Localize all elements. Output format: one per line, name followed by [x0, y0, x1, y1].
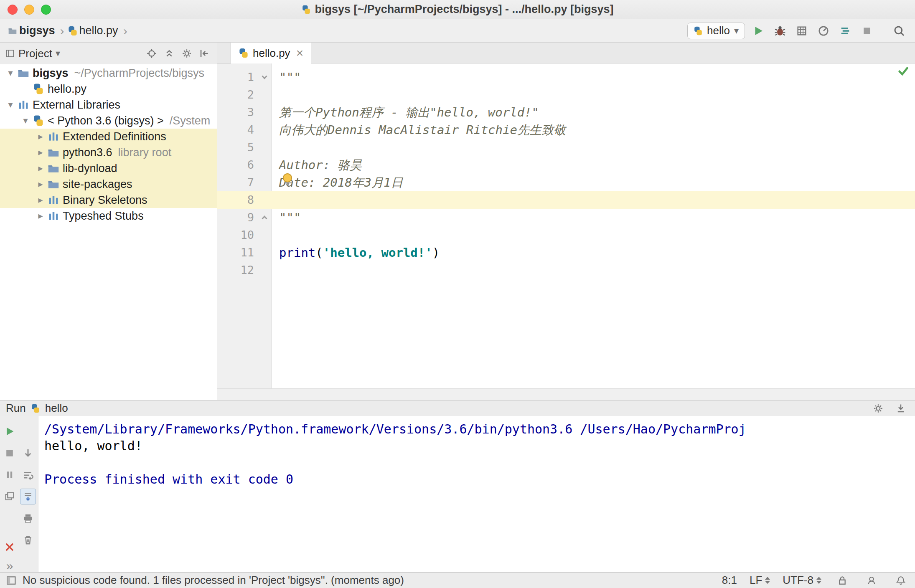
- encoding-value: UTF-8: [783, 574, 813, 587]
- zoom-window-button[interactable]: [41, 5, 51, 15]
- restore-layout-button[interactable]: [2, 489, 18, 504]
- editor-line-5[interactable]: 5: [217, 139, 915, 156]
- code-text: Date: 2018年3月1日: [272, 174, 915, 191]
- run-button[interactable]: [750, 23, 767, 39]
- tree-toggle-icon[interactable]: ▸: [34, 210, 47, 221]
- run-with-coverage-button[interactable]: [793, 23, 810, 39]
- code-text: """: [272, 68, 915, 86]
- console-line: [44, 454, 915, 471]
- fold-column: [257, 244, 272, 261]
- editor-line-11[interactable]: 11print('hello, world!'): [217, 244, 915, 261]
- tree-item-extended-definitions[interactable]: ▸Extended Definitions: [0, 129, 217, 144]
- breadcrumb-project[interactable]: bigsys: [19, 24, 55, 37]
- tree-toggle-icon[interactable]: ▸: [34, 179, 47, 190]
- tree-item-python-3-6-bigsys[interactable]: ▾< Python 3.6 (bigsys) >/System: [0, 113, 217, 129]
- stop-button[interactable]: [859, 23, 875, 39]
- editor-line-8[interactable]: 8: [217, 191, 915, 209]
- tree-toggle-icon[interactable]: ▾: [19, 115, 32, 126]
- toolwindow-toggle-icon[interactable]: [6, 575, 17, 586]
- close-run-panel-button[interactable]: [2, 539, 18, 555]
- more-options-button[interactable]: »: [2, 558, 18, 574]
- inspections-ok-icon[interactable]: [897, 65, 909, 77]
- scroll-to-end-button[interactable]: [20, 489, 36, 504]
- rerun-button[interactable]: [2, 423, 18, 439]
- stop-process-button[interactable]: [2, 445, 18, 461]
- editor-line-4[interactable]: 4向伟大的Dennis MacAlistair Ritchie先生致敬: [217, 121, 915, 139]
- close-tab-icon[interactable]: ×: [296, 46, 304, 60]
- soft-wrap-button[interactable]: [20, 467, 36, 483]
- fold-marker-icon[interactable]: [257, 68, 272, 86]
- tree-item-bigsys[interactable]: ▾bigsys~/PycharmProjects/bigsys: [0, 65, 217, 81]
- tree-toggle-icon[interactable]: ▸: [34, 163, 47, 174]
- tree-item-label: lib-dynload: [63, 162, 117, 175]
- minimize-window-button[interactable]: [24, 5, 34, 15]
- print-button[interactable]: [20, 510, 36, 526]
- editor-tabs: hello.py ×: [217, 43, 915, 63]
- python-icon: [31, 404, 40, 413]
- locate-file-button[interactable]: [144, 46, 159, 61]
- jump-to-bottom-button[interactable]: [20, 445, 36, 461]
- line-number: 12: [217, 261, 257, 279]
- profiler-button[interactable]: [815, 23, 832, 39]
- fold-column: [257, 139, 272, 156]
- project-view-selector[interactable]: Project: [18, 47, 52, 60]
- line-number: 3: [217, 104, 257, 121]
- editor-line-7[interactable]: 7Date: 2018年3月1日: [217, 174, 915, 191]
- status-bar: No suspicious code found. 1 files proces…: [0, 572, 915, 588]
- run-header-actions: [870, 400, 909, 417]
- tree-toggle-icon[interactable]: ▾: [4, 68, 17, 79]
- debug-button[interactable]: [772, 23, 788, 39]
- tree-item-binary-skeletons[interactable]: ▸Binary Skeletons: [0, 192, 217, 208]
- editor-line-9[interactable]: 9""": [217, 209, 915, 226]
- editor-line-3[interactable]: 3第一个Python程序 - 输出"hello, world!": [217, 104, 915, 121]
- tree-item-lib-dynload[interactable]: ▸lib-dynload: [0, 160, 217, 176]
- tree-toggle-icon[interactable]: ▸: [34, 195, 47, 205]
- fold-marker-icon[interactable]: [257, 209, 272, 226]
- horizontal-scrollbar[interactable]: [217, 388, 915, 400]
- caret-position[interactable]: 8:1: [722, 574, 737, 587]
- hide-run-panel-button[interactable]: [892, 400, 909, 417]
- run-console[interactable]: /System/Library/Frameworks/Python.framew…: [38, 416, 915, 572]
- run-toolbar: »: [0, 416, 38, 572]
- line-number: 5: [217, 139, 257, 156]
- tree-toggle-icon[interactable]: ▸: [34, 131, 47, 142]
- run-configuration-select[interactable]: hello ▾: [687, 23, 745, 39]
- editor-line-12[interactable]: 12: [217, 261, 915, 279]
- tree-toggle-icon[interactable]: ▾: [4, 99, 17, 110]
- editor-line-2[interactable]: 2: [217, 86, 915, 104]
- collapse-all-button[interactable]: [162, 46, 177, 61]
- run-settings-gear-icon[interactable]: [870, 400, 887, 417]
- project-settings-button[interactable]: [179, 46, 194, 61]
- editor-line-6[interactable]: 6Author: 骆昊: [217, 156, 915, 174]
- editor-line-1[interactable]: 1""": [217, 68, 915, 86]
- editor[interactable]: 1"""23第一个Python程序 - 输出"hello, world!"4向伟…: [217, 63, 915, 388]
- line-separator-select[interactable]: LF: [750, 574, 770, 587]
- close-window-button[interactable]: [8, 5, 18, 15]
- run-configuration-label: hello: [707, 24, 730, 37]
- notifications-bell-icon[interactable]: [892, 572, 909, 588]
- tree-item-external-libraries[interactable]: ▾External Libraries: [0, 97, 217, 113]
- tree-item-typeshed-stubs[interactable]: ▸Typeshed Stubs: [0, 208, 217, 224]
- line-number: 11: [217, 244, 257, 261]
- encoding-select[interactable]: UTF-8: [783, 574, 821, 587]
- chevron-down-icon: ▾: [56, 48, 60, 59]
- pause-output-button[interactable]: [2, 467, 18, 483]
- intention-bulb-icon[interactable]: [280, 171, 295, 186]
- console-line: Process finished with exit code 0: [44, 471, 915, 488]
- tree-item-python3-6[interactable]: ▸python3.6library root: [0, 144, 217, 160]
- tree-item-site-packages[interactable]: ▸site-packages: [0, 176, 217, 192]
- tree-item-hello-py[interactable]: hello.py: [0, 81, 217, 97]
- tree-toggle-icon[interactable]: ▸: [34, 147, 47, 158]
- hector-highlighting-icon[interactable]: [863, 572, 880, 588]
- lock-icon[interactable]: [834, 572, 851, 588]
- concurrency-diagram-button[interactable]: [837, 23, 854, 39]
- hide-panel-button[interactable]: [197, 46, 212, 61]
- main-area: Project ▾ ▾bigsys~/Py: [0, 43, 915, 400]
- editor-line-10[interactable]: 10: [217, 226, 915, 244]
- fold-column: [257, 104, 272, 121]
- breadcrumb-file[interactable]: hello.py: [79, 24, 118, 37]
- line-number: 8: [217, 191, 257, 209]
- clear-all-button[interactable]: [20, 532, 36, 548]
- tab-hello-py[interactable]: hello.py ×: [231, 43, 311, 63]
- search-everywhere-button[interactable]: [891, 23, 907, 39]
